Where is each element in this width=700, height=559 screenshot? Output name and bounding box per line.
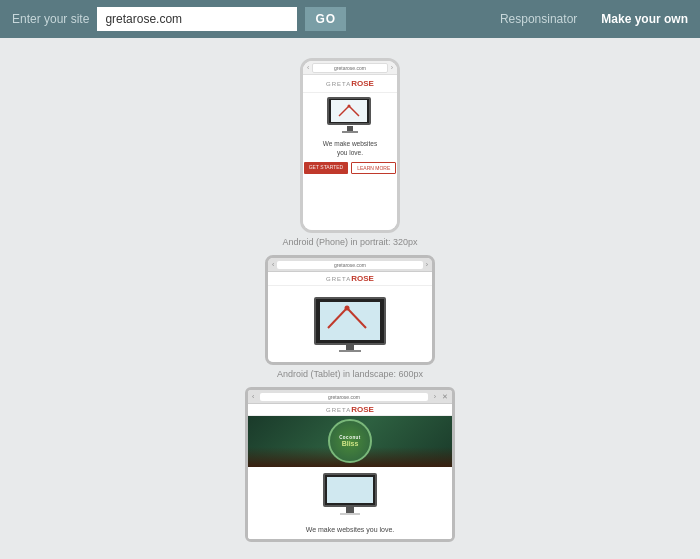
desktop-address-bar[interactable]: gretarose.com bbox=[260, 393, 427, 401]
desktop-nav-left[interactable]: ‹ bbox=[252, 393, 254, 400]
phone-address-bar[interactable]: gretarose.com bbox=[312, 63, 387, 73]
desktop-screen bbox=[327, 477, 373, 503]
main-content: ‹ gretarose.com › GRETA ROSE bbox=[0, 38, 700, 559]
tablet-landscape-device: ‹ gretarose.com › GRETA ROSE bbox=[265, 255, 435, 365]
phone-portrait-section: ‹ gretarose.com › GRETA ROSE bbox=[282, 58, 417, 247]
phone-tagline: We make websitesyou love. bbox=[323, 139, 377, 157]
tablet-logo-greta: GRETA bbox=[326, 276, 351, 282]
go-button[interactable]: GO bbox=[305, 7, 346, 31]
phone-caption: Android (Phone) in portrait: 320px bbox=[282, 237, 417, 247]
svg-line-3 bbox=[328, 308, 347, 328]
tablet-forward-icon[interactable]: › bbox=[426, 261, 428, 268]
back-arrow-icon[interactable]: ‹ bbox=[307, 64, 309, 71]
logo-greta: GRETA bbox=[326, 81, 351, 87]
tablet-caption: Android (Tablet) in landscape: 600px bbox=[277, 369, 423, 379]
url-input[interactable] bbox=[97, 7, 297, 31]
forward-arrow-icon[interactable]: › bbox=[391, 64, 393, 71]
tablet-site-header: GRETA ROSE bbox=[268, 272, 432, 286]
monitor-base bbox=[342, 131, 358, 133]
desktop-site-header: GRETA ROSE bbox=[248, 404, 452, 416]
responsinator-link[interactable]: Responsinator bbox=[500, 12, 577, 26]
phone-portrait-device: ‹ gretarose.com › GRETA ROSE bbox=[300, 58, 400, 233]
desktop-logo-rose: ROSE bbox=[351, 405, 374, 414]
desktop-logo: GRETA ROSE bbox=[326, 405, 374, 414]
get-started-btn[interactable]: GET STARTED bbox=[304, 162, 348, 174]
coconut-hero-image: Coconut Bliss bbox=[248, 416, 452, 467]
svg-point-2 bbox=[348, 105, 351, 108]
svg-line-4 bbox=[347, 308, 366, 328]
tablet-top-bar: ‹ gretarose.com › bbox=[268, 258, 432, 272]
monitor-screen bbox=[331, 100, 367, 122]
desktop-logo-greta: GRETA bbox=[326, 407, 351, 413]
desktop-tagline: We make websites you love. bbox=[248, 523, 452, 539]
desktop-section: ‹ gretarose.com › ✕ GRETA ROSE Coconut B… bbox=[245, 387, 455, 546]
logo-rose: ROSE bbox=[351, 79, 374, 88]
tablet-content: GRETA ROSE bbox=[268, 272, 432, 362]
phone-content: GRETA ROSE bbox=[303, 75, 397, 230]
enter-label: Enter your site bbox=[12, 12, 89, 26]
tablet-logo-rose: ROSE bbox=[351, 274, 374, 283]
desktop-base bbox=[340, 513, 360, 515]
desktop-nav-right[interactable]: › bbox=[434, 393, 436, 400]
svg-line-1 bbox=[349, 106, 359, 116]
monitor-frame bbox=[327, 97, 371, 125]
phone-top-bar: ‹ gretarose.com › bbox=[303, 61, 397, 75]
coconut-text2: Bliss bbox=[342, 440, 359, 448]
tablet-address-bar[interactable]: gretarose.com bbox=[277, 261, 422, 269]
site-header: Enter your site GO Responsinator Make yo… bbox=[0, 0, 700, 38]
svg-point-5 bbox=[345, 305, 350, 310]
monitor-content-icon bbox=[334, 102, 364, 120]
phone-logo: GRETA ROSE bbox=[326, 79, 374, 88]
tablet-back-icon[interactable]: ‹ bbox=[272, 261, 274, 268]
tablet-landscape-section: ‹ gretarose.com › GRETA ROSE bbox=[265, 255, 435, 379]
desktop-computer-section bbox=[248, 467, 452, 523]
desktop-refresh-icon[interactable]: ✕ bbox=[442, 393, 448, 401]
phone-btn-row: GET STARTED LEARN MORE bbox=[304, 162, 397, 174]
tablet-monitor-frame bbox=[314, 297, 386, 345]
tablet-hero-image bbox=[310, 297, 390, 352]
phone-site-header: GRETA ROSE bbox=[303, 75, 397, 93]
tablet-monitor-screen bbox=[320, 302, 380, 340]
svg-line-0 bbox=[339, 106, 349, 116]
desktop-content: GRETA ROSE Coconut Bliss bbox=[248, 404, 452, 539]
tablet-logo: GRETA ROSE bbox=[326, 274, 374, 283]
desktop-device: ‹ gretarose.com › ✕ GRETA ROSE Coconut B… bbox=[245, 387, 455, 542]
tablet-base bbox=[339, 350, 361, 352]
make-your-own-link[interactable]: Make your own bbox=[601, 12, 688, 26]
desktop-monitor-frame bbox=[323, 473, 377, 507]
phone-hero-image bbox=[325, 97, 375, 133]
desktop-top-bar: ‹ gretarose.com › ✕ bbox=[248, 390, 452, 404]
tablet-monitor-icon bbox=[320, 302, 374, 336]
learn-more-btn[interactable]: LEARN MORE bbox=[351, 162, 396, 174]
desktop-monitor bbox=[320, 473, 380, 517]
